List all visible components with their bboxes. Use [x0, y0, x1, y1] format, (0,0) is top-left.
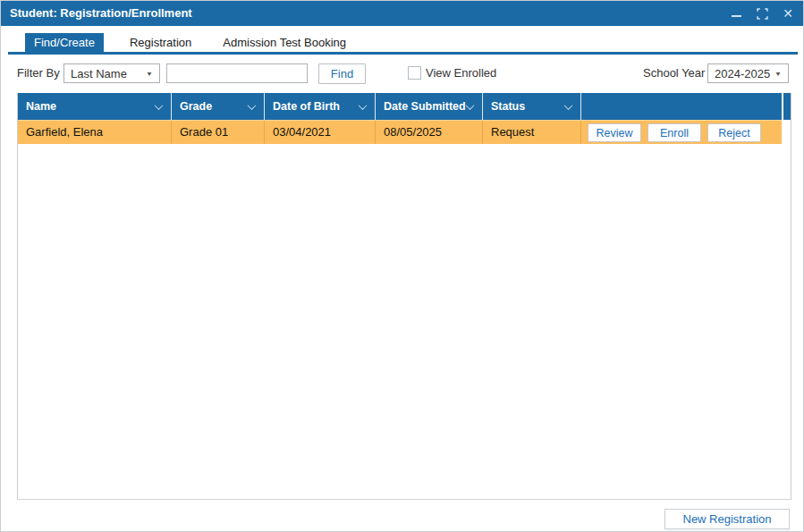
filter-by-select[interactable]: Last Name ▼: [63, 63, 160, 83]
cell-status: Request: [483, 121, 581, 144]
view-enrolled-label: View Enrolled: [426, 63, 496, 83]
review-button[interactable]: Review: [588, 123, 641, 142]
find-button[interactable]: Find: [318, 63, 366, 84]
chevron-down-icon[interactable]: [564, 101, 573, 110]
maximize-button[interactable]: [756, 7, 768, 20]
close-button[interactable]: ✕: [782, 7, 794, 20]
column-header-grade[interactable]: Grade: [172, 93, 265, 120]
close-icon: ✕: [783, 7, 793, 20]
tab-find-create[interactable]: Find/Create: [25, 33, 104, 52]
school-year-select[interactable]: 2024-2025 ▼: [707, 63, 789, 83]
window-title: Student: Registration/Enrollment: [10, 1, 192, 26]
title-bar: Student: Registration/Enrollment ✕: [1, 1, 803, 26]
filter-by-label: Filter By: [17, 63, 60, 83]
maximize-icon: [757, 8, 768, 20]
column-header-actions: [581, 93, 782, 120]
cell-name: Garfield, Elena: [18, 121, 172, 144]
chevron-down-icon[interactable]: [466, 101, 475, 110]
tab-admission-test-booking[interactable]: Admission Test Booking: [214, 33, 355, 52]
cell-date-submitted: 08/05/2025: [376, 121, 483, 144]
tab-registration[interactable]: Registration: [121, 33, 200, 52]
filter-by-selected-value: Last Name: [71, 67, 127, 80]
chevron-down-icon[interactable]: [359, 101, 368, 110]
school-year-label: School Year: [643, 63, 705, 83]
cell-grade: Grade 01: [172, 121, 265, 144]
registration-enrollment-window: Student: Registration/Enrollment ✕ Find/…: [0, 0, 804, 532]
cell-actions: Review Enroll Reject: [581, 121, 782, 144]
new-registration-button[interactable]: New Registration: [664, 509, 790, 529]
table-row[interactable]: Garfield, Elena Grade 01 03/04/2021 08/0…: [18, 120, 782, 144]
reject-button[interactable]: Reject: [707, 123, 761, 142]
students-grid: Name Grade Date of Birth Date Submitted …: [17, 93, 791, 500]
enroll-button[interactable]: Enroll: [647, 123, 701, 142]
header-scrollbar-cap: [783, 93, 791, 120]
window-controls: ✕: [730, 1, 794, 26]
cell-date-of-birth: 03/04/2021: [265, 121, 376, 144]
minimize-button[interactable]: [730, 7, 742, 20]
minimize-icon: [732, 15, 741, 17]
tab-strip: Find/Create Registration Admission Test …: [25, 33, 355, 52]
column-header-name[interactable]: Name: [18, 93, 172, 120]
column-header-date-of-birth[interactable]: Date of Birth: [265, 93, 376, 120]
chevron-down-icon[interactable]: [155, 101, 164, 110]
grid-header-row: Name Grade Date of Birth Date Submitted …: [18, 93, 791, 120]
view-enrolled-checkbox[interactable]: [408, 66, 421, 80]
column-header-date-submitted[interactable]: Date Submitted: [376, 93, 483, 120]
school-year-selected-value: 2024-2025: [715, 67, 770, 80]
search-input[interactable]: [166, 63, 308, 83]
tab-strip-underline: [8, 52, 798, 55]
column-header-status[interactable]: Status: [483, 93, 581, 120]
chevron-down-icon[interactable]: [248, 101, 257, 110]
dropdown-arrow-icon: ▼: [774, 70, 782, 77]
dropdown-arrow-icon: ▼: [146, 70, 153, 77]
